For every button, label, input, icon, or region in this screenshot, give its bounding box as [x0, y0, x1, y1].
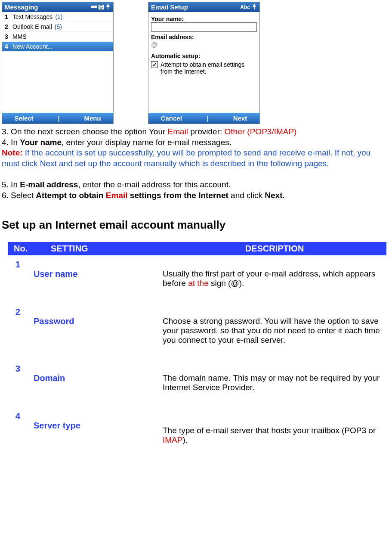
item-count: (1)	[55, 13, 62, 20]
messaging-softkeys: Select | Menu	[2, 113, 113, 124]
step-5: 5. In E-mail address, enter the e-mail a…	[2, 180, 390, 190]
softkey-select[interactable]: Select	[14, 115, 33, 122]
antenna-icon	[252, 3, 257, 11]
item-label: Outlook E-mail	[12, 23, 52, 30]
item-label: Text Messages	[12, 13, 52, 20]
status-icons: Abc	[240, 3, 257, 11]
step-4: 4. In Your name, enter your display name…	[2, 137, 390, 148]
input-mode-label: Abc	[240, 4, 250, 10]
softkey-separator: |	[207, 115, 208, 122]
item-num: 3	[5, 33, 10, 40]
messaging-titlebar: Messaging G	[2, 2, 113, 12]
antenna-icon	[105, 3, 111, 11]
status-icons: G	[91, 3, 111, 11]
row-setting: Password	[34, 307, 163, 345]
email-address-field[interactable]: @	[151, 40, 257, 51]
row-no: 1	[8, 260, 34, 288]
softkey-menu[interactable]: Menu	[84, 115, 101, 122]
table-row: 1 User name Usually the first part of yo…	[8, 255, 386, 303]
auto-setup-checkbox-row[interactable]: ✓ Attempt to obtain email settings from …	[151, 61, 257, 75]
item-count: (5)	[55, 23, 62, 30]
instruction-text: 3. On the next screen choose the option …	[2, 127, 390, 201]
step-6: 6. Select Attempt to obtain Email settin…	[2, 190, 390, 201]
auto-setup-checkbox-label: Attempt to obtain email settings from th…	[161, 61, 257, 75]
messaging-title: Messaging	[5, 3, 38, 11]
signal-icon	[91, 3, 97, 11]
email-softkeys: Cancel | Next	[148, 113, 259, 124]
list-item[interactable]: 3 MMS	[2, 32, 113, 42]
phone-email-setup: Email Setup Abc Your name: Email address…	[148, 2, 260, 124]
table-row: 2 Password Choose a strong password. You…	[8, 303, 386, 360]
item-label: New Account...	[12, 43, 52, 50]
your-name-label: Your name:	[151, 16, 257, 22]
softkey-cancel[interactable]: Cancel	[161, 115, 182, 122]
softkey-next[interactable]: Next	[233, 115, 247, 122]
email-titlebar: Email Setup Abc	[148, 2, 259, 12]
softkey-separator: |	[58, 115, 59, 122]
checkmark-icon[interactable]: ✓	[151, 61, 158, 68]
row-setting: Domain	[34, 364, 163, 392]
list-item[interactable]: 1 Text Messages (1)	[2, 12, 113, 22]
table-row: 4 Server type The type of e-mail server …	[8, 407, 386, 447]
row-no: 2	[8, 307, 34, 345]
email-form: Your name: Email address: @ Automatic se…	[148, 12, 259, 113]
row-desc: Choose a strong password. You will have …	[163, 307, 386, 345]
table-header: No. SETTING DESCRIPTION	[8, 242, 386, 255]
step-3: 3. On the next screen choose the option …	[2, 127, 390, 137]
row-desc: The domain name. This may or may not be …	[163, 364, 386, 392]
table-row: 3 Domain The domain name. This may or ma…	[8, 360, 386, 407]
g-icon: G	[99, 5, 104, 9]
header-no: No.	[8, 244, 51, 254]
svg-rect-0	[91, 6, 97, 8]
row-setting: User name	[34, 260, 163, 288]
list-item-selected[interactable]: 4 New Account...	[2, 42, 113, 52]
phone-screenshots: Messaging G 1 Text Messages (1) 2 Outloo…	[2, 2, 390, 124]
row-desc: The type of e-mail server that hosts you…	[163, 411, 386, 445]
row-desc: Usually the first part of your e-mail ad…	[163, 260, 386, 288]
section-heading: Set up an Internet email account manuall…	[2, 218, 390, 232]
note-line: Note: If the account is set up successfu…	[2, 148, 390, 169]
row-no: 4	[8, 411, 34, 445]
phone-messaging: Messaging G 1 Text Messages (1) 2 Outloo…	[2, 2, 114, 124]
item-num: 2	[5, 23, 10, 30]
header-setting: SETTING	[51, 244, 163, 254]
your-name-field[interactable]	[151, 22, 257, 32]
automatic-setup-label: Automatic setup:	[151, 53, 257, 59]
item-num: 1	[5, 13, 10, 20]
settings-table: No. SETTING DESCRIPTION 1 User name Usua…	[8, 242, 386, 447]
header-desc: DESCRIPTION	[163, 244, 386, 254]
item-num: 4	[5, 43, 10, 50]
list-item[interactable]: 2 Outlook E-mail (5)	[2, 22, 113, 32]
email-title: Email Setup	[151, 3, 188, 11]
email-address-label: Email address:	[151, 34, 257, 40]
row-no: 3	[8, 364, 34, 392]
item-label: MMS	[12, 33, 27, 40]
row-setting: Server type	[34, 411, 163, 445]
messaging-list: 1 Text Messages (1) 2 Outlook E-mail (5)…	[2, 12, 113, 113]
